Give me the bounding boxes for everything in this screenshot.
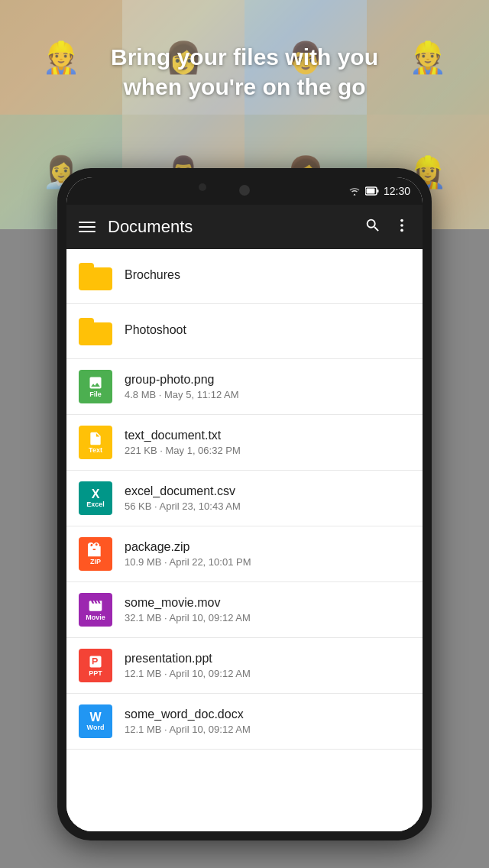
file-type-icon: X Excel [79,481,112,515]
icon-label: Excel [86,501,105,509]
list-item[interactable]: X Excel excel_document.csv 56 KB · April… [66,471,423,526]
app-title: Documents [108,217,352,237]
search-button[interactable] [364,217,381,238]
phone-camera [199,183,206,191]
list-item[interactable]: Photoshoot [66,304,423,359]
file-name: text_document.txt [125,429,410,442]
list-item[interactable]: ZIP package.zip 10.9 MB · April 22, 10:0… [66,526,423,582]
menu-button[interactable] [79,222,96,232]
file-meta: 10.9 MB · April 22, 10:01 PM [125,556,410,568]
file-meta: 12.1 MB · April 10, 09:12 AM [125,668,410,679]
file-list: Brochures Photoshoot [66,249,423,831]
file-meta: 56 KB · April 23, 10:43 AM [125,500,410,512]
icon-label: File [89,391,102,399]
hero-line2: when you're on the go [0,72,489,102]
icon-label: Word [87,724,105,732]
file-type-icon: PPT [79,649,112,682]
list-item[interactable]: W Word some_word_doc.docx 12.1 MB · Apri… [66,694,423,750]
file-name: package.zip [125,540,410,554]
svg-rect-1 [366,189,374,194]
svg-point-4 [400,224,403,227]
hero-line1: Bring your files with you [0,42,489,72]
file-name: Brochures [125,268,410,282]
file-type-icon: ZIP [79,537,112,571]
file-meta: 221 KB · May 1, 06:32 PM [125,445,410,456]
file-info: some_movie.mov 32.1 MB · April 10, 09:12… [125,596,410,623]
file-info: presentation.ppt 12.1 MB · April 10, 09:… [125,652,410,679]
phone-screen: 12:30 Documents [66,177,423,831]
phone-frame: 12:30 Documents [57,168,432,840]
app-bar: Documents [66,205,423,249]
battery-icon [365,186,379,196]
file-name: group-photo.png [125,373,410,387]
icon-label: Movie [86,614,105,622]
file-info: group-photo.png 4.8 MB · May 5, 11:12 AM [125,373,410,400]
list-item[interactable]: Text text_document.txt 221 KB · May 1, 0… [66,415,423,471]
more-options-button[interactable] [393,217,410,238]
icon-label: Text [89,447,102,455]
file-name: presentation.ppt [125,652,410,666]
icon-label: ZIP [90,559,101,566]
file-info: text_document.txt 221 KB · May 1, 06:32 … [125,429,410,456]
file-info: package.zip 10.9 MB · April 22, 10:01 PM [125,540,410,568]
file-name: some_movie.mov [125,596,410,610]
status-icons: 12:30 [348,185,410,197]
file-meta: 32.1 MB · April 10, 09:12 AM [125,612,410,623]
file-info: Photoshoot [125,323,410,339]
list-item[interactable]: Brochures [66,249,423,304]
file-name: Photoshoot [125,323,410,337]
file-info: Brochures [125,268,410,284]
list-item[interactable]: Movie some_movie.mov 32.1 MB · April 10,… [66,582,423,638]
folder-icon [79,318,112,345]
folder-icon [79,263,112,290]
phone-speaker [239,185,250,196]
file-type-icon: W Word [79,704,112,738]
hero-section: Bring your files with you when you're on… [0,42,489,102]
svg-point-3 [400,219,403,222]
file-type-icon: Movie [79,593,112,627]
file-info: excel_document.csv 56 KB · April 23, 10:… [125,484,410,512]
svg-point-5 [400,228,403,232]
svg-rect-2 [377,189,378,193]
file-type-icon: Text [79,426,112,459]
file-info: some_word_doc.docx 12.1 MB · April 10, 0… [125,708,410,735]
file-name: some_word_doc.docx [125,708,410,721]
file-type-icon: File [79,370,112,403]
file-meta: 12.1 MB · April 10, 09:12 AM [125,724,410,735]
list-item[interactable]: File group-photo.png 4.8 MB · May 5, 11:… [66,359,423,415]
file-meta: 4.8 MB · May 5, 11:12 AM [125,389,410,400]
app-bar-actions [364,217,410,238]
list-item[interactable]: PPT presentation.ppt 12.1 MB · April 10,… [66,638,423,694]
icon-label: PPT [89,670,102,678]
status-time: 12:30 [384,185,410,197]
wifi-icon [348,186,361,196]
file-name: excel_document.csv [125,484,410,498]
